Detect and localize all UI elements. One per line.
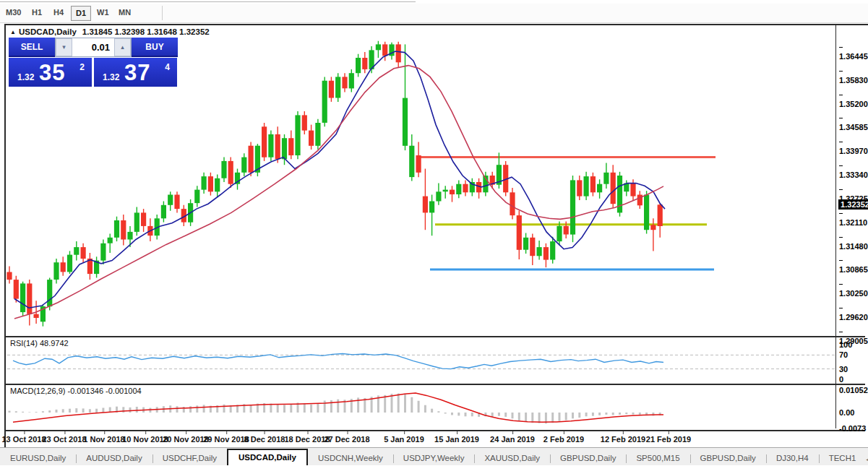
timeframe-button-mn[interactable]: MN xyxy=(114,6,135,20)
date-tick-label: 15 Jan 2019 xyxy=(434,435,479,444)
chart-tab-usdjpy-weekly[interactable]: USDJPY,Weekly xyxy=(393,452,475,465)
date-tick-label: 21 Feb 2019 xyxy=(646,435,691,444)
mt4-window: { "toolbar": { "timeframes": [ {"label":… xyxy=(0,0,868,466)
rsi-tick-label: 0 xyxy=(839,375,868,384)
price-axis-line xyxy=(835,25,836,428)
price-tick-label: 1.33340 xyxy=(839,162,868,179)
timeframe-button-m30[interactable]: M30 xyxy=(1,6,25,20)
price-chart-canvas[interactable] xyxy=(7,27,835,336)
date-tick-label: 27 Dec 2018 xyxy=(325,435,370,444)
chart-tab-xauusd-daily[interactable]: XAUUSD,Daily xyxy=(474,452,550,465)
chart-tab-tech1[interactable]: TECH1 xyxy=(819,452,867,465)
date-tick-label: 18 Dec 2018 xyxy=(285,435,330,444)
price-tick-label: 1.29620 xyxy=(839,304,868,322)
toolbar-separator xyxy=(162,6,163,20)
chart-tab-dj30-h4[interactable]: DJ30,H4 xyxy=(766,452,819,465)
date-tick-label: 10 Nov 2018 xyxy=(122,435,168,444)
price-tick-label: 1.30865 xyxy=(839,256,868,274)
price-tick-label: 1.36445 xyxy=(839,43,868,61)
date-tick-label: 5 Jan 2019 xyxy=(384,435,424,444)
chart-tab-gbpusd-daily[interactable]: GBPUSD,Daily xyxy=(690,452,766,465)
date-tick-label: 20 Nov 2018 xyxy=(163,435,209,444)
date-tick-label: 29 Nov 2018 xyxy=(203,435,249,444)
current-price-badge: 1.32352 xyxy=(838,199,868,210)
rsi-tick-label: 30 xyxy=(839,365,868,374)
price-tick-label: 1.30250 xyxy=(839,280,868,298)
macd-tick-label: -0.0073 xyxy=(839,424,868,433)
rsi-chart-canvas[interactable] xyxy=(7,337,835,383)
date-tick-label: 2 Feb 2019 xyxy=(543,435,584,444)
chart-tab-sp500-m15[interactable]: SP500,M15 xyxy=(626,452,689,465)
price-tick-label: 1.33970 xyxy=(839,138,868,155)
toolbar-edge-line xyxy=(0,1,416,2)
date-tick-label: 13 Oct 2018 xyxy=(1,435,46,444)
chart-tab-eurusd-daily[interactable]: EURUSD,Daily xyxy=(0,452,76,465)
price-tick-label: 1.31480 xyxy=(839,233,868,251)
macd-tick-label: 0.010525 xyxy=(839,386,868,394)
price-tick-label: 1.32110 xyxy=(839,210,868,227)
timeframe-toolbar: M30H1H4D1W1MN xyxy=(0,4,868,23)
time-axis[interactable]: 13 Oct 201823 Oct 20181 Nov 201810 Nov 2… xyxy=(6,431,865,447)
date-tick-label: 1 Nov 2018 xyxy=(83,435,124,444)
chart-tab-audusd-daily[interactable]: AUDUSD,Daily xyxy=(76,452,152,465)
timeframe-button-w1[interactable]: W1 xyxy=(93,6,113,20)
timeframe-button-h1[interactable]: H1 xyxy=(27,6,46,20)
price-tick-label: 1.35830 xyxy=(839,67,868,85)
chart-tabs-bar: EURUSD,DailyAUDUSD,DailyUSDCHF,DailyUSDC… xyxy=(0,447,868,465)
timeframe-button-d1[interactable]: D1 xyxy=(71,6,91,21)
date-tick-label: 23 Oct 2018 xyxy=(42,435,86,444)
chart-tab-gbpusd-daily[interactable]: GBPUSD,Daily xyxy=(550,452,626,465)
chart-tab-usdcnh-weekly[interactable]: USDCNH,Weekly xyxy=(308,452,393,465)
chart-tab-usdcad-daily[interactable]: USDCAD,Daily xyxy=(227,449,308,465)
rsi-tick-label: 70 xyxy=(839,350,868,359)
date-tick-label: 24 Jan 2019 xyxy=(490,435,535,444)
chart-window: ▲USDCAD,Daily1.31845 1.32398 1.31648 1.3… xyxy=(4,24,868,449)
date-tick-label: 8 Dec 2018 xyxy=(244,435,285,444)
rsi-tick-label: 100 xyxy=(839,340,868,349)
macd-chart-canvas[interactable] xyxy=(7,385,835,430)
macd-tick-label: 0.00 xyxy=(839,408,868,417)
date-tick-label: 12 Feb 2019 xyxy=(601,435,645,444)
chart-tab-usdchf-daily[interactable]: USDCHF,Daily xyxy=(152,452,227,465)
price-tick-label: 1.35200 xyxy=(839,91,868,108)
price-tick-label: 1.34585 xyxy=(839,114,868,131)
timeframe-button-h4[interactable]: H4 xyxy=(49,6,68,20)
